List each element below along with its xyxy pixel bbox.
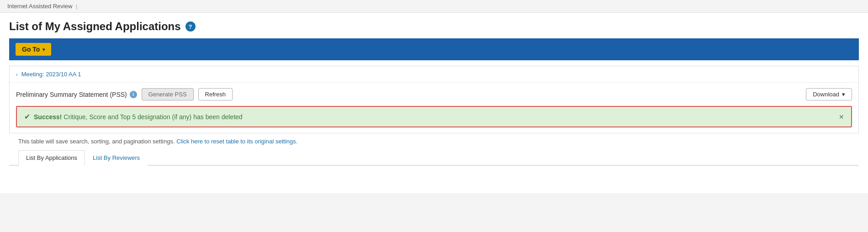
tab-list-by-reviewers[interactable]: List By Reviewers (85, 150, 148, 166)
help-icon[interactable]: ? (185, 21, 196, 32)
meeting-row[interactable]: › Meeting: 2023/10 AA 1 (10, 66, 858, 83)
download-label: Download (813, 91, 839, 98)
separator: | (76, 3, 77, 10)
success-alert: ✔ Success! Critique, Score and Top 5 des… (16, 106, 852, 127)
page-title-row: List of My Assigned Applications ? (9, 20, 859, 33)
table-note-text: This table will save search, sorting, an… (18, 138, 175, 145)
refresh-button[interactable]: Refresh (198, 88, 233, 100)
chevron-right-icon: › (16, 72, 18, 77)
pss-left: Preliminary Summary Statement (PSS) i Ge… (16, 88, 233, 100)
goto-button[interactable]: Go To ▾ (16, 43, 51, 56)
pss-text: Preliminary Summary Statement (PSS) (16, 91, 127, 98)
pss-info-icon[interactable]: i (130, 91, 137, 98)
alert-message: Critique, Score and Top 5 designation (i… (62, 113, 242, 121)
pss-label: Preliminary Summary Statement (PSS) i (16, 91, 137, 98)
tab-content-area (9, 166, 859, 193)
meeting-label: Meeting: 2023/10 AA 1 (21, 71, 81, 78)
download-caret-icon: ▾ (842, 91, 845, 98)
alert-left: ✔ Success! Critique, Score and Top 5 des… (24, 112, 243, 121)
main-content: List of My Assigned Applications ? Go To… (0, 13, 868, 193)
tab-list-by-applications[interactable]: List By Applications (18, 150, 85, 166)
app-title: Internet Assisted Review (7, 3, 72, 10)
pss-toolbar: Preliminary Summary Statement (PSS) i Ge… (10, 83, 858, 106)
table-note: This table will save search, sorting, an… (9, 133, 859, 148)
success-check-icon: ✔ (24, 112, 30, 121)
page-heading: List of My Assigned Applications (9, 20, 181, 33)
alert-close-button[interactable]: × (839, 113, 844, 121)
generate-pss-button[interactable]: Generate PSS (142, 88, 194, 100)
top-bar: Internet Assisted Review | (0, 0, 868, 13)
pss-right: Download ▾ (806, 88, 852, 100)
section-panel: › Meeting: 2023/10 AA 1 Preliminary Summ… (9, 66, 859, 133)
blue-toolbar: Go To ▾ (9, 38, 859, 60)
alert-success-label: Success! (34, 113, 62, 121)
tab-row: List By Applications List By Reviewers (9, 150, 859, 166)
alert-text: Success! Critique, Score and Top 5 desig… (34, 113, 243, 121)
reset-table-link[interactable]: Click here to reset table to its origina… (176, 138, 297, 145)
goto-label: Go To (22, 46, 40, 53)
download-button[interactable]: Download ▾ (806, 88, 852, 100)
goto-caret-icon: ▾ (42, 47, 45, 52)
